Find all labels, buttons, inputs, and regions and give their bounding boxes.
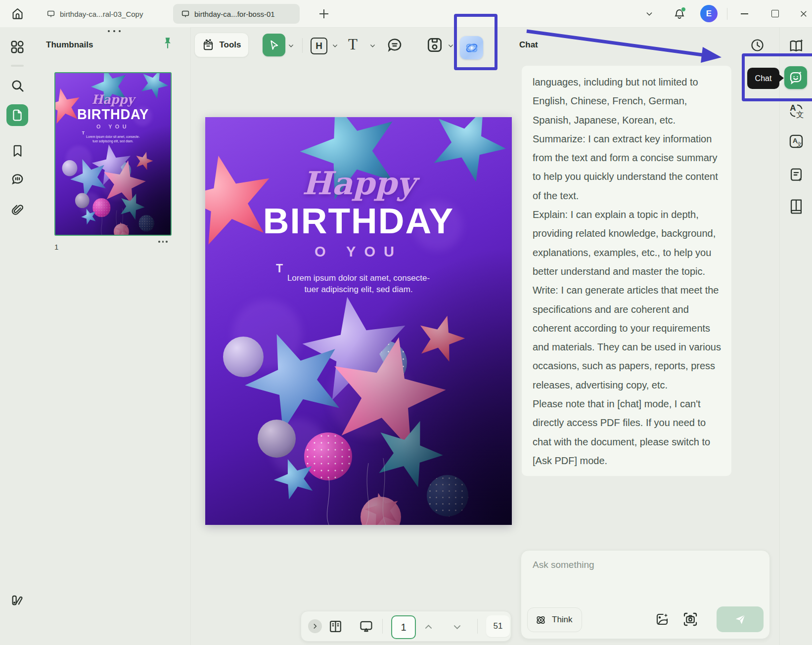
save-icon — [425, 36, 444, 54]
sidebar-item-thumbnails[interactable] — [6, 104, 28, 126]
sidebar-item-grid[interactable] — [6, 36, 28, 58]
chevron-down-icon — [645, 10, 653, 18]
tab-birthday-for-boss[interactable]: birthday-ca...for-boss-01 — [173, 4, 300, 24]
save-tool-button[interactable] — [425, 36, 444, 54]
heading-tool-dropdown[interactable] — [332, 43, 338, 49]
thumbnails-panel: Thumbnails — [35, 27, 191, 645]
minimize-icon — [741, 13, 748, 14]
insert-image-button[interactable] — [654, 611, 671, 628]
collapse-toolbar-button[interactable] — [642, 0, 657, 27]
svg-text:A: A — [790, 103, 796, 113]
heading-icon: H — [311, 38, 327, 54]
select-tool-button[interactable] — [263, 34, 285, 56]
think-toggle-button[interactable]: Think — [527, 607, 582, 632]
send-button[interactable] — [717, 606, 764, 632]
ai-swirl-icon — [464, 40, 480, 56]
sidebar-item-attachments[interactable] — [6, 199, 28, 221]
tab-birthday-copy[interactable]: birthday-ca...ral-03_Copy — [39, 4, 165, 24]
tools-button[interactable]: Tools — [194, 33, 249, 57]
image-sparkle-icon — [655, 612, 670, 627]
card-title-word: BIRTHDAY — [205, 200, 512, 241]
account-avatar[interactable]: E — [700, 5, 718, 22]
tab-label: birthday-ca...for-boss-01 — [194, 10, 275, 18]
search-icon — [10, 78, 25, 93]
page-number-input[interactable]: 1 — [391, 615, 416, 639]
chevron-down-icon — [448, 43, 454, 49]
tab-label: birthday-ca...ral-03_Copy — [60, 10, 143, 18]
save-tool-dropdown[interactable] — [448, 43, 454, 49]
zoom-level-input[interactable]: 51 — [486, 615, 510, 637]
ai-assistant-button[interactable] — [460, 36, 483, 59]
ai-chat-smiley-icon — [788, 70, 803, 85]
new-tab-button[interactable] — [318, 8, 329, 19]
pin-panel-button[interactable] — [161, 36, 174, 51]
chevron-down-icon — [369, 43, 376, 49]
page-number-value: 1 — [401, 622, 406, 633]
translate-icon: A 文 — [788, 102, 805, 119]
next-page-button[interactable] — [452, 622, 462, 632]
translate-button[interactable]: A 文 — [787, 102, 805, 120]
sidebar-item-comments[interactable] — [6, 169, 28, 190]
notifications-button[interactable] — [672, 0, 687, 27]
close-button[interactable] — [796, 0, 811, 27]
sidebar-item-search[interactable] — [6, 75, 28, 96]
presentation-icon — [359, 619, 374, 634]
book-open-icon — [328, 619, 343, 634]
comment-bubble-icon — [10, 172, 25, 187]
ai-chat-sidebar-button[interactable] — [784, 66, 807, 89]
ai-book-button[interactable] — [787, 37, 805, 54]
window-titlebar: birthday-ca...ral-03_Copy birthday-ca...… — [0, 0, 812, 28]
page-thumbnail-icon — [11, 109, 24, 122]
text-tool-dropdown[interactable] — [369, 43, 376, 49]
chat-history-button[interactable] — [750, 38, 765, 53]
right-rail-divider — [779, 27, 780, 645]
translate-page-button[interactable]: A 文 — [787, 132, 805, 150]
ai-chat-message[interactable]: languages, including but not limited to … — [522, 66, 731, 476]
page-thumbnail-1[interactable]: Happy BIRTHDAY O YOU T Lorem ipsum dolor… — [54, 72, 172, 236]
card-body-text: Lorem ipsum dolor sit amet, consecte-tue… — [55, 134, 171, 143]
thumbnail-more-button[interactable] — [158, 241, 168, 243]
card-subtitle: O YOU — [205, 244, 512, 260]
maximize-button[interactable] — [767, 0, 782, 27]
summary-sparkle-icon — [788, 167, 805, 183]
panel-drag-handle[interactable] — [108, 30, 121, 32]
ai-summary-button[interactable] — [787, 166, 805, 184]
previous-page-button[interactable] — [424, 622, 433, 632]
paperclip-icon — [10, 203, 24, 217]
svg-text:文: 文 — [797, 141, 802, 148]
sidebar-item-themes[interactable] — [6, 589, 28, 611]
card-subtitle: O YOU — [55, 123, 171, 129]
chat-panel-title: Chat — [519, 40, 538, 50]
atom-think-icon — [535, 614, 547, 626]
chat-tooltip-label: Chat — [755, 74, 772, 83]
chat-tooltip: Chat — [747, 68, 779, 89]
minimize-button[interactable] — [737, 0, 752, 27]
text-tool-button[interactable]: T — [348, 37, 358, 52]
chat-paragraph: Explain: I can explain a topic in depth,… — [533, 205, 726, 281]
home-button[interactable] — [6, 3, 29, 24]
bell-icon — [674, 8, 685, 20]
document-tab-icon — [46, 9, 55, 18]
heading-tool-button[interactable]: H — [311, 38, 327, 54]
pdf-page-canvas[interactable]: Happy BIRTHDAY O YOU T Lorem ipsum dolor… — [205, 117, 512, 525]
screenshot-button[interactable] — [682, 611, 699, 628]
screenshot-camera-icon — [682, 611, 698, 627]
translate-box-icon: A 文 — [788, 133, 805, 150]
presentation-mode-button[interactable] — [359, 619, 374, 634]
chat-input-card[interactable]: Ask something Think — [521, 550, 770, 639]
dictionary-button[interactable] — [787, 198, 805, 215]
reading-mode-button[interactable] — [328, 619, 343, 634]
chat-input-placeholder[interactable]: Ask something — [533, 559, 594, 570]
page-navigation-toolbar: 1 51 — [301, 611, 511, 642]
home-icon — [11, 7, 24, 20]
sidebar-item-bookmarks[interactable] — [6, 140, 28, 162]
comment-tool-button[interactable] — [386, 37, 404, 54]
thumbnail-card-host: Happy BIRTHDAY O YOU T Lorem ipsum dolor… — [55, 73, 99, 235]
book-icon — [788, 198, 805, 215]
expand-toolbar-button[interactable] — [308, 619, 322, 633]
book-sparkle-icon — [788, 38, 805, 54]
text-tool-icon: T — [348, 37, 358, 52]
app-window: birthday-ca...ral-03_Copy birthday-ca...… — [0, 0, 812, 645]
maximize-icon — [771, 10, 779, 17]
select-tool-dropdown[interactable] — [288, 43, 294, 49]
